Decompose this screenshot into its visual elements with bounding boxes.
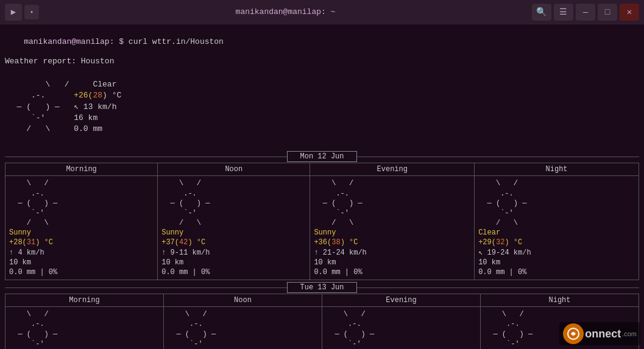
header-evening-mon: Evening [310,163,475,176]
header-noon-tue: Noon [164,294,322,307]
connect-logo: onnect .com [559,322,640,345]
day-section-mon: Mon 12 Jun Morning Noon Evening Night \ … [5,150,639,280]
precip-mon-noon: 0.0 mm | 0% [161,268,210,277]
header-night-tue: Night [481,294,639,307]
titlebar-right: 🔍 ☰ — □ ✕ [532,4,639,21]
day-badge-tue: Tue 13 Jun [287,282,356,293]
vis-mon-noon: 10 km [161,258,183,267]
connect-circle-icon [563,323,584,344]
ascii-line-2: .-. +26(28) °C [7,91,121,100]
wind-mon-night: ↖ 19-24 km/h [478,249,531,257]
temp-mon-noon: +37(42) °C [161,238,205,247]
vis-mon-evening: 10 km [314,258,336,267]
table-row-mon: \ / .-. ― ( ) ― `-' / \ Sunny +28(31) °C… [5,176,639,280]
temp-mon-night: +29(32) °C [478,238,522,247]
ascii-tue-night: \ / .-. ― ( ) ― `-' / \ [484,310,533,349]
ascii-tue-noon: \ / .-. ― ( ) ― `-' / \ [168,310,216,349]
table-row-tue: \ / .-. ― ( ) ― `-' / \ Sunny +29(32) °C… [5,307,639,349]
prompt-dollar: $ [114,37,124,46]
connect-text: onnect [585,328,621,340]
ascii-tue-morning: \ / .-. ― ( ) ― `-' / \ [9,310,57,349]
day-section-tue: Tue 13 Jun Morning Noon Evening Night \ … [5,281,639,349]
temp-mon-morning: +28(31) °C [9,238,53,247]
temp-mon-evening: +36(38) °C [314,238,358,247]
header-noon-mon: Noon [158,163,310,176]
day-badge-mon: Mon 12 Jun [287,151,356,162]
weather-table-mon: Morning Noon Evening Night \ / .-. ― ( )… [5,163,639,280]
cell-evening-mon: \ / .-. ― ( ) ― `-' / \ Sunny +36(38) °C… [310,176,475,280]
command-line: manikandan@manilap: $ curl wttr.in/Houst… [5,28,639,55]
window-title: manikandan@manilap: ~ [236,7,336,16]
cell-morning-mon: \ / .-. ― ( ) ― `-' / \ Sunny +28(31) °C… [5,176,158,280]
cell-noon-tue: \ / .-. ― ( ) ― `-' / \ Sunny +35(37) °C… [164,307,322,349]
titlebar-left: ▶ ▾ [5,4,39,21]
header-morning-mon: Morning [5,163,158,176]
cond-mon-night: Clear [478,228,500,237]
precip-mon-morning: 0.0 mm | 0% [9,268,57,277]
cell-morning-tue: \ / .-. ― ( ) ― `-' / \ Sunny +29(32) °C… [5,307,164,349]
cond-mon-morning: Sunny [9,228,31,237]
ascii-line-5: / \ 0.0 mm [7,124,102,133]
maximize-button[interactable]: □ [598,4,617,21]
connect-domain: .com [622,330,637,337]
wind-mon-morning: ↑ 4 km/h [9,249,44,257]
day-header-mon: Mon 12 Jun [5,150,639,163]
ascii-mon-evening: \ / .-. ― ( ) ― `-' / \ [314,179,362,227]
header-night-mon: Night [475,163,639,176]
vis-mon-night: 10 km [478,258,500,267]
weather-report-header: Weather report: Houston [5,57,639,66]
connect-symbol [567,327,580,340]
minimize-button[interactable]: — [576,4,595,21]
header-morning-tue: Morning [5,294,164,307]
terminal-body: manikandan@manilap: $ curl wttr.in/Houst… [0,24,644,349]
ascii-line-1: \ / Clear [26,80,116,89]
tab-dropdown[interactable]: ▾ [24,5,39,19]
prompt-user: manikandan@manilap: [24,37,114,46]
header-evening-tue: Evening [322,294,481,307]
vis-mon-morning: 10 km [9,258,31,267]
ascii-mon-morning: \ / .-. ― ( ) ― `-' / \ [9,179,57,227]
command-text: curl wttr.in/Houston [124,37,224,46]
close-button[interactable]: ✕ [620,4,639,21]
cond-mon-evening: Sunny [314,228,336,237]
ascii-tue-evening: \ / .-. ― ( ) ― `-' / \ [326,310,374,349]
cell-noon-mon: \ / .-. ― ( ) ― `-' / \ Sunny +37(42) °C… [158,176,310,280]
precip-mon-night: 0.0 mm | 0% [478,268,526,277]
ascii-mon-noon: \ / .-. ― ( ) ― `-' / \ [161,179,210,227]
cell-night-mon: \ / .-. ― ( ) ― `-' / \ Clear +29(32) °C… [475,176,639,280]
precip-mon-evening: 0.0 mm | 0% [314,268,362,277]
wind-mon-evening: ↑ 21-24 km/h [314,249,366,257]
ascii-line-4: `-' 16 km [7,113,97,122]
weather-table-tue: Morning Noon Evening Night \ / .-. ― ( )… [5,294,639,349]
ascii-mon-night: \ / .-. ― ( ) ― `-' / \ [478,179,526,227]
day-header-tue: Tue 13 Jun [5,281,639,294]
terminal-icon[interactable]: ▶ [5,4,22,21]
cell-evening-tue: \ / .-. ― ( ) ― `-' / \ Sunny +35(37) °C… [322,307,481,349]
titlebar: ▶ ▾ manikandan@manilap: ~ 🔍 ☰ — □ ✕ [0,0,644,24]
cond-mon-noon: Sunny [161,228,183,237]
search-button[interactable]: 🔍 [532,4,551,21]
ascii-weather-current: \ / Clear .-. +26(28) °C ― ( ) ― ↖ 13 km… [7,68,639,146]
menu-button[interactable]: ☰ [554,4,573,21]
wind-mon-noon: ↑ 9-11 km/h [161,249,210,257]
ascii-line-3: ― ( ) ― ↖ 13 km/h [7,102,116,111]
